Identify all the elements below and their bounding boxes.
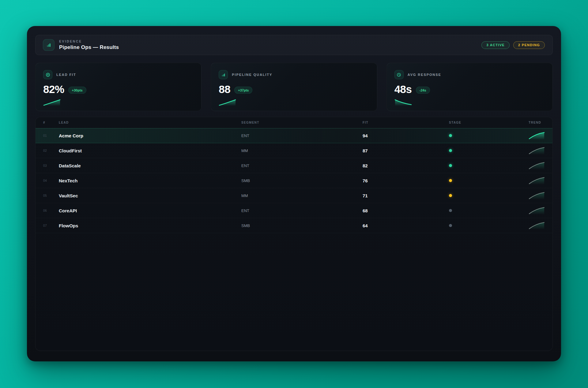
stat-value: 48s [394,83,412,95]
stat-card-head: LEAD FIT [43,70,194,79]
stat-value: 82% [43,83,64,95]
trend-sparkline [529,177,545,185]
stats-row: LEAD FIT 82% +30pts [35,63,553,111]
table-row[interactable]: 02 CloudFirst MM 87 [36,143,552,158]
table-row[interactable]: 04 NexTech SMB 76 [36,173,552,188]
target-icon [43,70,52,79]
desktop-background: EVIDENCE Pipeline Ops — Results 3 ACTIVE… [0,0,588,388]
page-title: Pipeline Ops — Results [59,44,119,50]
stage-dot [449,134,452,137]
column-header-stage: STAGE [449,121,529,124]
table-row[interactable]: 01 Acme Corp ENT 94 [36,128,552,143]
header-titles: EVIDENCE Pipeline Ops — Results [59,39,119,50]
segment-label: SMB [241,223,363,228]
trend-sparkline [529,222,545,229]
trend-sparkline [529,162,545,170]
row-index: 05 [43,194,59,197]
stat-value: 88 [219,83,230,95]
stage-dot [449,149,452,152]
trend-down-sparkline [394,99,412,106]
table-row[interactable]: 07 FlowOps SMB 64 [36,218,552,233]
column-header-trend: TREND [529,121,552,124]
stat-label: LEAD FIT [56,73,76,76]
stage-dot [449,164,452,167]
lead-name: DataScale [59,163,241,168]
bar-chart-icon [43,39,55,51]
column-header-segment: SEGMENT [241,121,363,124]
stat-card-pipeline-quality: PIPELINE QUALITY 88 +37pts [211,63,377,111]
stat-card-avg-response: AVG RESPONSE 48s -24s [386,63,553,111]
trend-up-sparkline [43,99,61,106]
lead-name: FlowOps [59,223,241,228]
active-count-badge[interactable]: 3 ACTIVE [481,41,510,49]
trend-sparkline [529,147,545,155]
table-row[interactable]: 03 DataScale ENT 82 [36,158,552,173]
table-row[interactable]: 06 CoreAPI ENT 68 [36,203,552,218]
clock-icon [394,70,404,79]
header-eyebrow: EVIDENCE [59,39,119,43]
stat-card-head: AVG RESPONSE [394,70,545,79]
stage-dot [449,194,452,197]
stat-delta-badge: +37pts [234,87,252,94]
trend-sparkline [529,192,545,200]
fit-score: 87 [363,148,449,153]
results-table: # LEAD SEGMENT FIT STAGE TREND 01 Acme C… [35,117,553,351]
lead-name: VaultSec [59,193,241,198]
row-index: 02 [43,149,59,152]
segment-label: ENT [241,133,363,138]
table-header-row: # LEAD SEGMENT FIT STAGE TREND [36,117,552,128]
column-header-fit: FIT [363,121,449,124]
app-window: EVIDENCE Pipeline Ops — Results 3 ACTIVE… [27,26,561,361]
lead-name: CoreAPI [59,208,241,213]
trend-sparkline [529,132,545,140]
header-bar: EVIDENCE Pipeline Ops — Results 3 ACTIVE… [35,35,553,55]
fit-score: 94 [363,133,449,138]
stat-label: AVG RESPONSE [408,73,441,76]
fit-score: 82 [363,163,449,168]
bar-chart-icon [219,70,228,79]
stat-card-lead-fit: LEAD FIT 82% +30pts [35,63,202,111]
fit-score: 71 [363,193,449,198]
stat-card-head: PIPELINE QUALITY [219,70,369,79]
segment-label: ENT [241,163,363,168]
stage-dot [449,209,452,212]
row-index: 03 [43,164,59,167]
stat-delta-badge: +30pts [68,87,86,94]
row-index: 06 [43,209,59,212]
row-index: 07 [43,224,59,227]
stat-delta-badge: -24s [416,87,430,94]
row-index: 01 [43,134,59,137]
segment-label: MM [241,193,363,198]
pending-count-badge[interactable]: 2 PENDING [513,41,545,49]
segment-label: ENT [241,208,363,213]
lead-name: Acme Corp [59,133,241,138]
column-header-lead: LEAD [59,121,241,124]
fit-score: 68 [363,208,449,213]
status-badges: 3 ACTIVE 2 PENDING [481,41,545,49]
stat-label: PIPELINE QUALITY [232,73,272,76]
stage-dot [449,179,452,182]
row-index: 04 [43,179,59,182]
fit-score: 64 [363,223,449,228]
stage-dot [449,224,452,227]
trend-up-sparkline [219,99,236,106]
fit-score: 76 [363,178,449,183]
segment-label: MM [241,148,363,153]
lead-name: NexTech [59,178,241,183]
table-row[interactable]: 05 VaultSec MM 71 [36,188,552,203]
column-header-num: # [43,121,59,124]
trend-sparkline [529,207,545,215]
segment-label: SMB [241,178,363,183]
lead-name: CloudFirst [59,148,241,153]
